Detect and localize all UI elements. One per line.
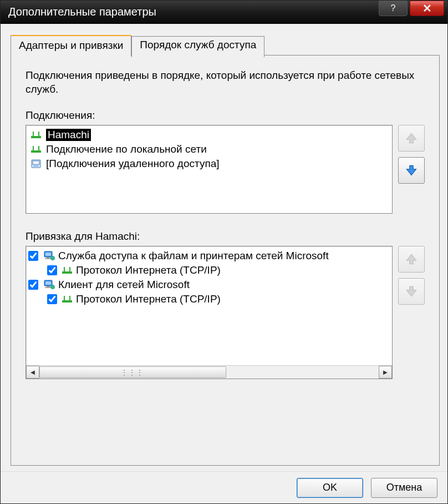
svg-rect-2 bbox=[38, 132, 39, 136]
scroll-thumb[interactable]: ⋮⋮⋮ bbox=[39, 366, 226, 378]
connections-label: Подключения: bbox=[26, 109, 425, 122]
close-icon: ✕ bbox=[422, 2, 432, 15]
svg-point-23 bbox=[50, 285, 55, 289]
nic-icon bbox=[62, 266, 73, 275]
arrow-down-icon bbox=[404, 163, 419, 178]
connection-label: [Подключения удаленного доступа] bbox=[46, 158, 220, 170]
tab-provider-order[interactable]: Порядок служб доступа bbox=[131, 36, 264, 57]
content-area: Адаптеры и привязки Порядок служб доступ… bbox=[1, 24, 447, 471]
scroll-right-button[interactable]: ► bbox=[379, 366, 392, 379]
binding-item[interactable]: Клиент для сетей Microsoft bbox=[28, 278, 390, 292]
svg-rect-13 bbox=[47, 257, 50, 258]
binding-move-up-button[interactable] bbox=[398, 246, 425, 273]
tab-panel: Подключения приведены в порядке, который… bbox=[11, 55, 440, 466]
window-title: Дополнительные параметры bbox=[8, 6, 378, 18]
scroll-left-button[interactable]: ◄ bbox=[26, 366, 39, 379]
button-label: OK bbox=[323, 482, 337, 493]
svg-rect-20 bbox=[45, 281, 51, 285]
bindings-row: Служба доступа к файлам и принтерам сете… bbox=[26, 246, 425, 454]
arrow-down-icon bbox=[404, 284, 419, 299]
arrow-up-icon bbox=[404, 131, 419, 145]
help-icon: ? bbox=[391, 3, 396, 13]
close-button[interactable]: ✕ bbox=[410, 1, 444, 16]
dialup-icon bbox=[30, 158, 42, 169]
connection-label: Hamachi bbox=[46, 129, 91, 141]
binding-label: Протокол Интернета (TCP/IP) bbox=[76, 293, 221, 305]
svg-rect-17 bbox=[64, 267, 65, 271]
connection-item[interactable]: Подключение по локальной сети bbox=[28, 142, 390, 157]
tab-label: Адаптеры и привязки bbox=[19, 39, 123, 51]
connections-row: HamachiПодключение по локальной сети[Под… bbox=[26, 125, 425, 214]
bindings-content: Служба доступа к файлам и принтерам сете… bbox=[26, 246, 392, 365]
tab-strip: Адаптеры и привязки Порядок служб доступ… bbox=[11, 34, 440, 55]
help-button[interactable]: ? bbox=[379, 1, 408, 16]
move-up-button[interactable] bbox=[398, 125, 425, 152]
svg-rect-16 bbox=[62, 271, 72, 274]
arrow-up-icon bbox=[404, 252, 419, 266]
dialog-window: Дополнительные параметры ? ✕ Адаптеры и … bbox=[0, 0, 448, 504]
binding-checkbox[interactable] bbox=[47, 294, 57, 304]
connection-item[interactable]: Hamachi bbox=[28, 128, 390, 142]
svg-rect-0 bbox=[31, 136, 41, 138]
network-computer-icon bbox=[43, 279, 55, 290]
connections-listbox[interactable]: HamachiПодключение по локальной сети[Под… bbox=[26, 125, 393, 214]
connection-label: Подключение по локальной сети bbox=[46, 143, 207, 155]
move-down-button[interactable] bbox=[398, 157, 425, 184]
network-computer-icon bbox=[43, 250, 55, 261]
svg-rect-3 bbox=[31, 150, 41, 153]
svg-rect-7 bbox=[33, 161, 39, 164]
panel-description: Подключения приведены в порядке, который… bbox=[26, 69, 425, 96]
svg-point-15 bbox=[50, 256, 55, 260]
svg-rect-25 bbox=[64, 296, 65, 300]
nic-icon bbox=[30, 130, 42, 139]
connection-item[interactable]: [Подключения удаленного доступа] bbox=[28, 157, 390, 171]
tab-label: Порядок служб доступа bbox=[140, 39, 256, 51]
binding-checkbox[interactable] bbox=[47, 265, 57, 275]
svg-point-10 bbox=[37, 165, 38, 167]
button-label: Отмена bbox=[386, 482, 422, 493]
nic-icon bbox=[62, 295, 73, 304]
titlebar: Дополнительные параметры ? ✕ bbox=[1, 1, 447, 24]
binding-checkbox[interactable] bbox=[28, 251, 38, 261]
binding-label: Протокол Интернета (TCP/IP) bbox=[76, 264, 221, 276]
binding-label: Клиент для сетей Microsoft bbox=[58, 279, 190, 291]
svg-rect-1 bbox=[33, 132, 34, 136]
bindings-listbox[interactable]: Служба доступа к файлам и принтерам сете… bbox=[26, 246, 393, 379]
tab-adapters-bindings[interactable]: Адаптеры и привязки bbox=[11, 35, 131, 56]
cancel-button[interactable]: Отмена bbox=[371, 478, 437, 498]
svg-point-9 bbox=[35, 165, 37, 167]
binding-checkbox[interactable] bbox=[28, 280, 38, 290]
binding-move-down-button[interactable] bbox=[398, 278, 425, 305]
ok-button[interactable]: OK bbox=[297, 478, 363, 498]
svg-rect-26 bbox=[69, 296, 70, 300]
dialog-footer: OK Отмена bbox=[1, 471, 447, 503]
binding-item[interactable]: Протокол Интернета (TCP/IP) bbox=[28, 263, 390, 278]
svg-rect-4 bbox=[33, 146, 34, 150]
svg-rect-5 bbox=[38, 146, 39, 150]
svg-rect-24 bbox=[62, 300, 72, 303]
binding-item[interactable]: Служба доступа к файлам и принтерам сете… bbox=[28, 249, 390, 263]
svg-rect-21 bbox=[47, 286, 50, 287]
nic-icon bbox=[30, 145, 42, 154]
bindings-reorder-buttons bbox=[398, 246, 425, 454]
bindings-label: Привязка для Hamachi: bbox=[26, 230, 425, 243]
binding-label: Служба доступа к файлам и принтерам сете… bbox=[58, 250, 329, 262]
titlebar-buttons: ? ✕ bbox=[378, 1, 447, 23]
svg-rect-12 bbox=[45, 253, 51, 256]
horizontal-scrollbar[interactable]: ◄ ⋮⋮⋮ ► bbox=[26, 365, 392, 379]
binding-item[interactable]: Протокол Интернета (TCP/IP) bbox=[28, 292, 390, 306]
connections-reorder-buttons bbox=[398, 125, 425, 214]
scroll-track[interactable]: ⋮⋮⋮ bbox=[39, 366, 379, 379]
svg-point-8 bbox=[34, 165, 35, 167]
svg-rect-18 bbox=[69, 267, 70, 271]
